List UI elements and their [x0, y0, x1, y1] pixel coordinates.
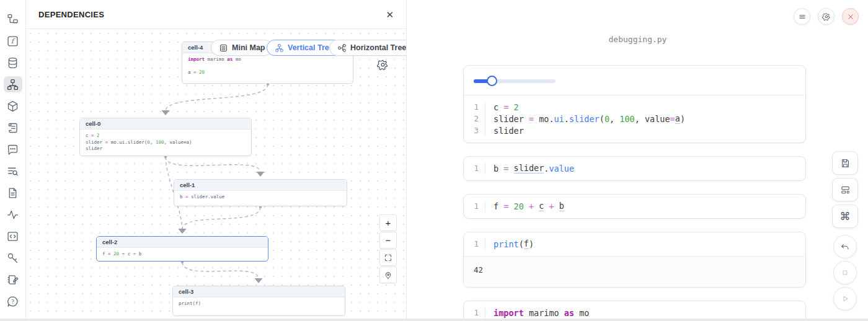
- code-line[interactable]: print(f): [485, 238, 805, 250]
- horizontal-tree-label: Horizontal Tree: [350, 43, 406, 52]
- notebook-action-buttons: ⌘: [832, 151, 858, 228]
- run-button[interactable]: [833, 287, 857, 310]
- line-number: 1: [464, 308, 485, 317]
- sidebar-item-key[interactable]: [4, 250, 22, 266]
- database-icon: [6, 56, 19, 69]
- undo-icon: [840, 242, 850, 252]
- graph-node-cell-3[interactable]: cell-3print(f): [172, 286, 345, 316]
- slider-widget[interactable]: [474, 76, 556, 86]
- sidebar-item-logs[interactable]: [4, 120, 22, 136]
- sidebar-item-database[interactable]: [4, 55, 22, 71]
- settings-button[interactable]: [818, 8, 835, 25]
- cell-editor[interactable]: 1b = slider.value: [464, 157, 805, 180]
- graph-node-cell-1[interactable]: cell-1b = slider.value: [174, 179, 347, 206]
- graph-node-title: cell-1: [174, 180, 347, 191]
- notebook-cell[interactable]: 1c = 22slider = mo.ui.slider(0, 100, val…: [463, 65, 806, 143]
- sidebar-item-dependency-graph[interactable]: [4, 76, 22, 92]
- sidebar-item-activity[interactable]: [4, 206, 22, 222]
- minimap-button[interactable]: Mini Map: [211, 40, 273, 56]
- fit-view-icon: [384, 253, 392, 262]
- line-number: 1: [464, 164, 485, 173]
- code-line[interactable]: slider = mo.ui.slider(0, 100, value=a): [485, 113, 805, 125]
- cell-editor[interactable]: 1f = 20 + c + b: [464, 195, 805, 218]
- sidebar-item-list-search[interactable]: [4, 163, 22, 179]
- logs-icon: [6, 121, 19, 134]
- graph-node-code: b = slider.value: [174, 191, 347, 204]
- notebook-run-buttons: [833, 235, 857, 310]
- activity-icon: [6, 208, 19, 221]
- graph-node-code: f = 20 + c + b: [97, 248, 268, 261]
- cell-editor[interactable]: 1print(f): [464, 232, 805, 256]
- cell-console-output: 42: [464, 256, 805, 287]
- notebook-cell[interactable]: 1b = slider.value: [463, 156, 806, 181]
- layout-grid-icon: [840, 185, 851, 195]
- sidebar-item-document[interactable]: [4, 185, 22, 201]
- sidebar-item-help[interactable]: ?: [4, 293, 22, 309]
- line-number: 1: [464, 201, 485, 211]
- notebook-cell[interactable]: 1f = 20 + c + b: [463, 194, 806, 219]
- svg-text:f: f: [11, 37, 16, 45]
- key-icon: [6, 252, 19, 265]
- code-line[interactable]: import marimo as mo: [485, 307, 805, 319]
- center-node-button[interactable]: [379, 266, 397, 283]
- stop-button[interactable]: [833, 261, 857, 284]
- vertical-tree-icon: [275, 43, 284, 53]
- gear-icon: [377, 59, 389, 71]
- sidebar-item-scratchpad[interactable]: [4, 271, 22, 288]
- menu-button[interactable]: [794, 8, 810, 25]
- sidebar-item-chat[interactable]: [4, 141, 22, 157]
- notebook-filename: debugging.py: [407, 35, 868, 44]
- sidebar-item-snippets[interactable]: [4, 228, 22, 244]
- packages-icon: [6, 100, 19, 113]
- file-tree-icon: [6, 13, 19, 26]
- helper-panel-rail: f?: [0, 0, 26, 321]
- code-line[interactable]: b = slider.value: [485, 162, 805, 174]
- slider-thumb[interactable]: [487, 76, 497, 86]
- dependencies-header: DEPENDENCIES ✕: [26, 0, 406, 29]
- fit-view-button[interactable]: [379, 249, 397, 266]
- sidebar-item-packages[interactable]: [4, 98, 22, 114]
- stop-icon: [840, 268, 850, 278]
- horizontal-tree-icon: [337, 43, 347, 53]
- close-icon: [846, 12, 855, 21]
- marimo-app: f? cell-4import marimo as mo a = 20cell-…: [0, 0, 868, 321]
- save-icon: [840, 158, 851, 169]
- line-number: 2: [464, 114, 485, 123]
- dependencies-panel: cell-4import marimo as mo a = 20cell-0c …: [26, 0, 407, 321]
- cell-editor[interactable]: 1c = 22slider = mo.ui.slider(0, 100, val…: [464, 95, 805, 143]
- snippets-icon: [6, 230, 19, 243]
- code-line[interactable]: f = 20 + c + b: [485, 200, 805, 212]
- list-search-icon: [6, 165, 19, 178]
- minimap-icon: [219, 43, 228, 53]
- horizontal-tree-button[interactable]: Horizontal Tree: [329, 40, 407, 56]
- line-number: 1: [464, 239, 485, 248]
- line-number: 1: [464, 102, 485, 112]
- dependency-graph-icon: [6, 78, 19, 91]
- notebook-cell[interactable]: 1print(f)42: [463, 232, 806, 288]
- chat-icon: [6, 143, 19, 156]
- layout-button[interactable]: [832, 178, 858, 201]
- sidebar-item-functions[interactable]: f: [4, 33, 22, 49]
- zoom-in-button[interactable]: +: [379, 214, 397, 231]
- notebook-topbar: [794, 8, 859, 25]
- document-icon: [6, 187, 19, 200]
- code-line[interactable]: slider: [485, 125, 805, 136]
- graph-settings-button[interactable]: [377, 59, 389, 73]
- notebook-panel: debugging.py 1c = 22slider = mo.ui.slide…: [407, 0, 868, 321]
- graph-node-cell-0[interactable]: cell-0c = 2slider = mo.ui.slider(0, 100,…: [79, 118, 252, 156]
- graph-node-cell-2[interactable]: cell-2f = 20 + c + b: [96, 236, 268, 262]
- graph-node-code: c = 2slider = mo.ui.slider(0, 100, value…: [80, 130, 251, 156]
- notebook-cells: 1c = 22slider = mo.ui.slider(0, 100, val…: [463, 65, 806, 321]
- line-number: 3: [464, 126, 485, 135]
- cell-output-slider: [464, 66, 805, 95]
- save-button[interactable]: [832, 151, 858, 175]
- undo-button[interactable]: [833, 235, 857, 258]
- shutdown-button[interactable]: [842, 8, 859, 25]
- graph-node-code: print(f): [173, 297, 345, 310]
- sidebar-item-file-tree[interactable]: [4, 11, 22, 27]
- code-line[interactable]: c = 2: [485, 101, 805, 113]
- graph-node-title: cell-0: [80, 118, 251, 130]
- close-icon[interactable]: ✕: [386, 10, 394, 19]
- keyboard-shortcuts-button[interactable]: ⌘: [832, 204, 858, 228]
- zoom-out-button[interactable]: −: [379, 232, 397, 248]
